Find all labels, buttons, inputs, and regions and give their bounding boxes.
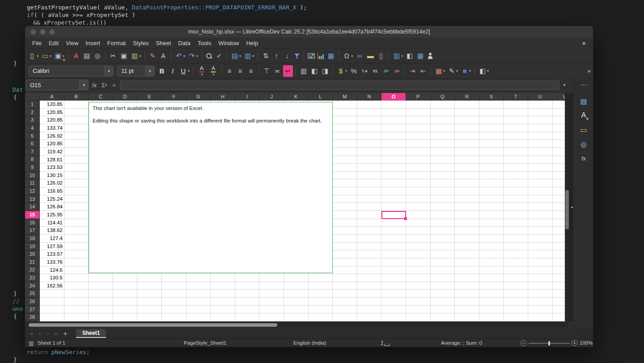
cell-A20[interactable]: 123.57 [40, 250, 63, 258]
close-document-icon[interactable]: × [578, 39, 589, 47]
sidebar-tab-navigator[interactable]: ◎ [577, 138, 590, 150]
zoom-out-button[interactable]: − [521, 340, 526, 346]
column-header-O[interactable]: O [381, 93, 406, 101]
zoom-level[interactable]: 100% [580, 340, 593, 346]
row-header-21[interactable]: 21 [25, 258, 40, 266]
define-print-area-button[interactable]: ▦ [415, 50, 425, 62]
font-size-combo[interactable]: 11 pt ▾ [117, 66, 155, 76]
cell-A4[interactable]: 133.74 [40, 124, 63, 132]
window-zoom-button[interactable] [49, 29, 55, 35]
delete-decimal-place-button[interactable]: .0× [392, 65, 402, 77]
row-header-17[interactable]: 17 [25, 227, 40, 235]
column-header-J[interactable]: J [259, 93, 284, 101]
sheet-tab-sheet1[interactable]: Sheet1 [76, 329, 106, 338]
cell-A24[interactable]: 162.56 [40, 282, 63, 290]
freeze-rows-and-columns-button[interactable]: ▥▾ [392, 50, 404, 62]
format-as-number-button[interactable]: 7.4 [360, 65, 369, 77]
cell-A10[interactable]: 130.15 [40, 172, 63, 180]
menu-window[interactable]: Window [215, 39, 242, 47]
save-button[interactable]: ▣▾ [53, 50, 65, 62]
row-header-16[interactable]: 16 [25, 219, 40, 227]
row-header-14[interactable]: 14 [25, 203, 40, 211]
pivot-table-button[interactable]: ▦ [326, 50, 336, 62]
column-header-T[interactable]: T [504, 93, 528, 101]
menu-tools[interactable]: Tools [194, 39, 215, 47]
export-pdf-button[interactable]: A [71, 50, 81, 62]
formula-bar-expand-icon[interactable]: ▾ [561, 83, 568, 87]
horizontal-scrollbar-thumb[interactable] [29, 323, 277, 327]
column-header-M[interactable]: M [333, 93, 357, 101]
cell-A22[interactable]: 124.6 [40, 266, 63, 274]
new-document-dropdown-icon[interactable]: ▾ [37, 54, 38, 58]
menu-sheet[interactable]: Sheet [152, 39, 174, 47]
open-dropdown-icon[interactable]: ▾ [50, 54, 51, 58]
insert-columns-button[interactable]: ▥▾ [243, 50, 255, 62]
decrease-indent-button[interactable]: ⇤ [418, 65, 428, 77]
vertical-scrollbar[interactable] [565, 93, 569, 321]
underline-button[interactable]: U▾ [178, 65, 191, 77]
format-as-percent-button[interactable]: % [349, 65, 359, 77]
insert-mode-indicator[interactable]: I [381, 340, 384, 346]
column-header-B[interactable]: B [64, 93, 89, 101]
cell-A17[interactable]: 138.62 [40, 227, 63, 235]
cell-A23[interactable]: 130.5 [40, 274, 63, 282]
row-header-3[interactable]: 3 [25, 116, 40, 124]
cell-A8[interactable]: 128.61 [40, 156, 63, 164]
undo-button[interactable]: ↶▾ [174, 50, 186, 62]
row-header-13[interactable]: 13 [25, 195, 40, 203]
broken-chart-placeholder[interactable]: This chart isn't available in your versi… [89, 102, 333, 273]
name-box-dropdown-icon[interactable]: ▾ [79, 80, 88, 90]
save-dropdown-icon[interactable]: ▾ [63, 54, 64, 58]
menu-help[interactable]: Help [242, 39, 262, 47]
column-header-A[interactable]: A [40, 93, 64, 101]
insert-comment-button[interactable]: ▬ [365, 50, 375, 62]
sidebar-tab-styles[interactable]: A [577, 110, 590, 121]
underline-dropdown-icon[interactable]: ▾ [188, 69, 190, 73]
cell-A5[interactable]: 126.92 [40, 132, 63, 140]
cell-A14[interactable]: 126.84 [40, 203, 63, 211]
redo-button[interactable]: ↷▾ [187, 50, 199, 62]
row-header-12[interactable]: 12 [25, 187, 40, 195]
formula-input[interactable] [120, 80, 559, 90]
hyperlink-button[interactable]: ∞ [355, 50, 364, 62]
row-header-8[interactable]: 8 [25, 156, 40, 164]
zoom-slider[interactable] [529, 343, 570, 344]
format-as-currency-dropdown-icon[interactable]: ▾ [345, 69, 347, 73]
window-minimize-button[interactable] [40, 29, 46, 35]
last-sheet-button[interactable]: » [52, 331, 60, 336]
cell-A6[interactable]: 120.85 [40, 140, 63, 148]
column-header-V[interactable]: V [552, 93, 565, 101]
add-decimal-place-button[interactable]: .0+ [381, 65, 391, 77]
select-all-corner[interactable] [25, 93, 40, 101]
font-name-combo[interactable]: Calibri ▾ [29, 66, 114, 76]
column-header-E[interactable]: E [137, 93, 162, 101]
column-header-I[interactable]: I [235, 93, 260, 101]
merge-and-center-cells-button[interactable]: ▥ [299, 65, 309, 77]
insert-rows-dropdown-icon[interactable]: ▾ [239, 54, 241, 58]
freeze-rows-and-columns-dropdown-icon[interactable]: ▾ [401, 54, 403, 58]
italic-button[interactable]: I [168, 65, 178, 77]
column-header-D[interactable]: D [113, 93, 138, 101]
increase-indent-button[interactable]: ⇥ [407, 65, 417, 77]
language-selector[interactable]: English (India) [293, 340, 326, 346]
row-header-20[interactable]: 20 [25, 250, 40, 258]
cell-cursor[interactable] [381, 211, 406, 219]
row-header-5[interactable]: 5 [25, 132, 40, 140]
sort-descending-button[interactable]: ↓ [282, 50, 292, 62]
cell-A18[interactable]: 127.4 [40, 235, 63, 243]
menu-insert[interactable]: Insert [82, 39, 104, 47]
row-header-22[interactable]: 22 [25, 266, 40, 274]
row-header-9[interactable]: 9 [25, 164, 40, 172]
add-sheet-button[interactable]: + [60, 330, 71, 337]
cell-grid[interactable]: This chart isn't available in your versi… [40, 101, 565, 321]
page-style[interactable]: PageStyle_Sheet1 [184, 340, 226, 346]
cut-button[interactable]: ✂ [108, 50, 118, 62]
center-vertically-button[interactable]: ≍ [272, 65, 282, 77]
horizontal-scrollbar[interactable] [26, 322, 568, 328]
column-header-K[interactable]: K [284, 93, 309, 101]
cell-A11[interactable]: 126.02 [40, 179, 63, 187]
unmerge-cells-button[interactable]: ◨ [320, 65, 330, 77]
clear-formatting-button[interactable]: A [158, 50, 168, 62]
sidebar-collapse-strip[interactable]: ◂ [569, 93, 573, 321]
column-header-U[interactable]: U [528, 93, 553, 101]
